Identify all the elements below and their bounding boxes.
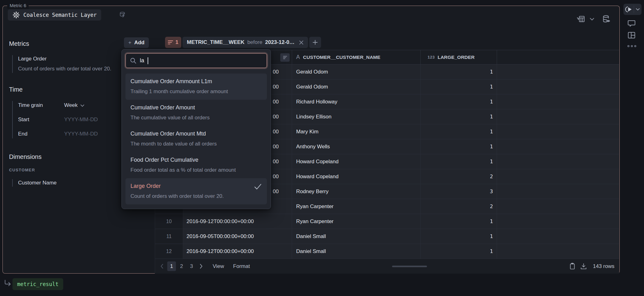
filler-cell	[497, 124, 619, 139]
clipped-date-fragment: 00	[273, 174, 279, 180]
run-cell-icon[interactable]	[623, 6, 634, 13]
filler-cell	[497, 199, 619, 214]
dimension-item-customer-name[interactable]: Customer Name	[12, 179, 129, 187]
add-metric-button[interactable]: + Add	[124, 37, 149, 48]
large-order-value-cell: 1	[421, 139, 497, 154]
metric-option[interactable]: Large Order Count of orders with order t…	[125, 178, 267, 204]
customer-name-cell: Howard Copeland	[292, 154, 421, 169]
customer-name-cell: Ryan Carpenter	[292, 214, 421, 229]
selected-metric-item[interactable]: Large Order Count of orders with order t…	[12, 55, 129, 73]
customer-name-cell: Richard Holloway	[292, 94, 421, 109]
customer-name-cell: Howard Copeland	[292, 169, 421, 184]
panel-header-actions	[576, 15, 611, 23]
metric-option-description: The month to date value of all orders	[130, 139, 262, 149]
metric-search-input[interactable]: la	[125, 53, 267, 68]
date-cell: 2016-09-05T00:00:00+00:00	[183, 229, 292, 244]
horizontal-scrollbar-thumb[interactable]	[392, 265, 427, 267]
metric-option-description: Count of orders with order total over 20…	[130, 191, 262, 201]
large-order-value-cell: 1	[421, 79, 497, 94]
large-order-value-cell: 1	[421, 154, 497, 169]
time-heading: Time	[9, 85, 129, 93]
large-order-value-cell: 1	[421, 94, 497, 109]
edit-source-database-icon[interactable]	[119, 11, 127, 19]
metric-option-description: The cumulative value of all orders	[130, 113, 262, 122]
filter-value: 2023-12-0…	[265, 39, 295, 45]
text-cursor	[148, 57, 148, 64]
row-number-cell: 10	[155, 214, 183, 229]
metrics-heading: Metrics	[9, 40, 129, 48]
layout-panels-icon[interactable]	[627, 31, 636, 39]
clipped-date-fragment: 00	[273, 189, 279, 195]
row-count-label: 143 rows	[593, 263, 614, 270]
end-date-input[interactable]: YYYY-MM-DD	[64, 130, 98, 138]
next-page-icon[interactable]	[198, 264, 204, 269]
start-date-input[interactable]: YYYY-MM-DD	[64, 116, 98, 123]
format-menu-button[interactable]: Format	[233, 263, 250, 270]
table-row[interactable]: 11 2016-09-05T00:00:00+00:00 Daniel Smal…	[155, 229, 619, 244]
filler-cell	[497, 214, 619, 229]
comment-icon[interactable]	[627, 19, 636, 27]
filter-count-badge[interactable]: 1	[165, 37, 181, 48]
metric-description: Count of orders with order total over 20…	[18, 65, 129, 73]
clipped-date-fragment: 00	[273, 114, 279, 120]
page-number-button[interactable]: 1	[167, 261, 176, 271]
date-cell: 2016-09-12T00:00:00+00:00	[183, 214, 292, 229]
clipped-date-fragment: 00	[273, 69, 279, 75]
table-row[interactable]: 12 2016-09-12T00:00:00+00:00 Daniel Smal…	[155, 244, 619, 259]
filler-cell	[497, 64, 619, 79]
previous-page-icon[interactable]	[159, 264, 165, 269]
return-arrow-icon	[4, 279, 12, 287]
number-type-icon: 123	[428, 55, 435, 60]
metric-option[interactable]: Cumulative Order Ammount L1m Trailing 1 …	[125, 74, 267, 100]
customer-name-cell: Gerald Odom	[292, 64, 421, 79]
metric-option-title: Cumulative Order Amount	[130, 103, 262, 113]
time-settings-group: Time grain Week Start YYYY-MM-DD End YYY…	[12, 101, 129, 138]
filler-cell	[497, 244, 619, 259]
page-number-button[interactable]: 3	[187, 261, 196, 271]
open-as-table-icon[interactable]	[576, 15, 585, 23]
customer-name-cell: Lindsey Ellison	[292, 109, 421, 124]
metric-option-title: Cumulative Order Ammount L1m	[130, 76, 262, 87]
result-variable-chip[interactable]: metric_result	[12, 278, 63, 290]
clipped-date-fragment: 00	[273, 129, 279, 135]
metric-option[interactable]: Food Order Pct Cumulative Food order tot…	[125, 152, 267, 178]
clipped-date-fragment: 00	[273, 144, 279, 150]
table-footer-bar: 1 2 3 View Format	[155, 259, 619, 274]
add-filter-button[interactable]	[309, 37, 321, 48]
large-order-value-cell: 1	[421, 244, 497, 259]
customer-name-cell: Mary Kim	[292, 124, 421, 139]
time-grain-row: Time grain Week	[18, 102, 129, 109]
large-order-value-cell: 2	[421, 169, 497, 184]
metric-option[interactable]: Cumulative Order Amount Mtd The month to…	[125, 126, 267, 152]
cell-title: Metric 6	[7, 2, 29, 9]
end-date-row: End YYYY-MM-DD	[18, 130, 129, 138]
large-order-column-header[interactable]: 123 LARGE_ORDER	[421, 50, 497, 64]
row-number-cell: 11	[155, 229, 183, 244]
plus-icon: +	[128, 40, 131, 46]
check-icon	[254, 184, 262, 190]
filter-chip[interactable]: METRIC_TIME__WEEK before 2023-12-0…	[182, 37, 308, 48]
time-grain-select[interactable]: Week	[64, 102, 84, 109]
filter-count: 1	[175, 39, 178, 45]
large-order-value-cell: 1	[421, 109, 497, 124]
customer-name-column-header[interactable]: A CUSTOMER__CUSTOMER_NAME	[292, 50, 421, 64]
search-query-text: la	[140, 57, 144, 64]
row-number-cell: 12	[155, 244, 183, 259]
more-options-icon[interactable]	[627, 45, 637, 48]
large-order-value-cell: 1	[421, 229, 497, 244]
view-source-data-icon[interactable]	[602, 15, 611, 23]
remove-filter-icon[interactable]	[299, 40, 304, 45]
run-options-chevron-icon[interactable]	[634, 8, 642, 11]
metric-option[interactable]: Cumulative Order Amount The cumulative v…	[125, 100, 267, 126]
table-options-chevron-icon[interactable]	[590, 18, 594, 21]
copy-to-clipboard-icon[interactable]	[569, 263, 575, 270]
semantic-layer-source-chip[interactable]: Coalesce Semantic Layer	[8, 9, 101, 21]
download-icon[interactable]	[580, 263, 587, 270]
view-menu-button[interactable]: View	[213, 263, 224, 270]
table-row[interactable]: 10 2016-09-12T00:00:00+00:00 Ryan Carpen…	[155, 214, 619, 229]
footer-spacer	[252, 259, 567, 274]
metric-search-dropdown: la Cumulative Order Ammount L1m Trailing…	[121, 49, 271, 209]
column-filter-button[interactable]	[280, 53, 290, 62]
filler-cell	[497, 184, 619, 199]
page-number-button[interactable]: 2	[177, 261, 186, 271]
